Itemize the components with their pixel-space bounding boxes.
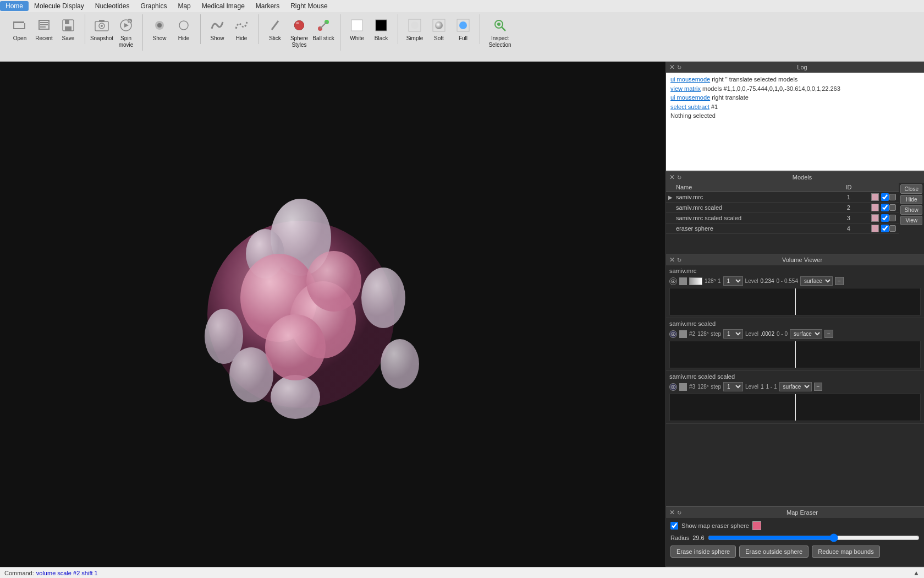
models-refresh-button[interactable]: ↻ [677, 175, 681, 181]
recent-label: Recent [35, 35, 53, 42]
snapshot-label: Snapshot [90, 35, 113, 42]
eraser-close-button[interactable]: ✕ [669, 509, 675, 516]
model-color-3[interactable] [871, 214, 879, 222]
log-refresh-button[interactable]: ↻ [677, 64, 681, 70]
col-name: Name [676, 184, 842, 190]
vol-hist-line-1[interactable] [795, 288, 796, 315]
vol-minus-1[interactable]: − [835, 277, 844, 285]
vol-close-button[interactable]: ✕ [669, 256, 675, 264]
menu-graphics[interactable]: Graphics [135, 1, 172, 11]
vol-hist-line-3[interactable] [795, 394, 796, 421]
vol-step-select-2[interactable]: 12 [723, 329, 743, 339]
log-close-button[interactable]: ✕ [669, 63, 675, 71]
model-check-3[interactable] [881, 214, 889, 222]
models-hide-btn[interactable]: Hide [900, 195, 922, 204]
vol-minus-3[interactable]: − [814, 383, 823, 391]
menu-medical-image[interactable]: Medical Image [196, 1, 250, 11]
soft-lighting-button[interactable]: Soft [427, 14, 451, 44]
sphere-styles-button[interactable]: Sphere Styles [287, 14, 311, 51]
log-link-2[interactable]: view matrix [670, 85, 701, 92]
svg-rect-10 [40, 26, 46, 28]
vol-range-2: 0 - 0 [777, 331, 788, 337]
model-check-1[interactable] [881, 193, 889, 201]
open-button[interactable]: Open [8, 14, 32, 44]
svg-point-34 [411, 21, 419, 29]
inspect-selection-button[interactable]: Inspect Selection [485, 14, 515, 51]
hide-atoms-button[interactable]: Hide [172, 14, 196, 44]
show-cartoons-icon [208, 17, 226, 34]
model-name-3: samiv.mrc scaled scaled [676, 215, 842, 221]
vol-color-sq-2[interactable] [679, 330, 687, 338]
model-alpha-4 [889, 225, 896, 232]
menu-nucleotides[interactable]: Nucleotides [90, 1, 135, 11]
log-entry-4: select subtract #1 [670, 102, 920, 112]
eraser-sphere-color[interactable] [752, 521, 761, 530]
eraser-title: Map Eraser [684, 509, 921, 516]
menu-home[interactable]: Home [0, 1, 29, 11]
vol-minus-2[interactable]: − [824, 330, 833, 338]
vol-title: Volume Viewer [684, 257, 921, 263]
vol-eye-2[interactable] [669, 330, 677, 338]
model-color-4[interactable] [871, 225, 879, 232]
vol-eye-3[interactable] [669, 383, 677, 391]
reduce-map-bounds-button[interactable]: Reduce map bounds [812, 546, 880, 558]
models-close-btn[interactable]: Close [900, 184, 922, 194]
model-expand-1[interactable]: ▶ [668, 194, 676, 200]
vol-color-sq-3[interactable] [679, 383, 687, 391]
black-bg-button[interactable]: Black [369, 14, 393, 44]
log-link-3[interactable]: ui mousemode [670, 94, 710, 101]
model-check-2[interactable] [881, 204, 889, 211]
snapshot-button[interactable]: Snapshot [90, 14, 114, 44]
vol-hist-line-2[interactable] [795, 341, 796, 368]
hide-cartoons-button[interactable]: Hide [229, 14, 254, 44]
simple-lighting-button[interactable]: Simple [403, 14, 427, 44]
vol-step-select-3[interactable]: 12 [723, 382, 743, 391]
vol-surface-3[interactable]: surfacemesh [779, 382, 812, 391]
models-close-button[interactable]: ✕ [669, 173, 675, 181]
spin-movie-label: Spin movie [115, 35, 137, 48]
full-lighting-button[interactable]: Full [451, 14, 475, 44]
save-button[interactable]: Save [56, 14, 80, 44]
vol-eye-1[interactable] [669, 277, 677, 285]
models-show-btn[interactable]: Show [900, 205, 922, 215]
spin-movie-button[interactable]: ↻ Spin movie [114, 14, 138, 51]
model-color-1[interactable] [871, 193, 879, 201]
show-cartoons-button[interactable]: Show [205, 14, 229, 44]
viewport[interactable] [0, 62, 666, 567]
vol-histogram-1[interactable] [669, 288, 921, 315]
vol-refresh-button[interactable]: ↻ [677, 257, 681, 263]
vol-step-select-1[interactable]: 12 [723, 276, 743, 286]
vol-histogram-2[interactable] [669, 341, 921, 368]
model-name-1: samiv.mrc [676, 194, 842, 200]
eraser-refresh-button[interactable]: ↻ [677, 510, 681, 516]
statusbar: Command: volume scale #2 shift 1 ▲ [0, 567, 924, 578]
erase-outside-button[interactable]: Erase outside sphere [739, 546, 809, 558]
save-icon [59, 17, 77, 34]
erase-inside-button[interactable]: Erase inside sphere [670, 546, 736, 558]
model-check-4[interactable] [881, 225, 889, 232]
ball-stick-button[interactable]: Ball stick [311, 14, 336, 44]
menu-right-mouse[interactable]: Right Mouse [285, 1, 333, 11]
status-expand-button[interactable]: ▲ [913, 569, 920, 577]
eraser-show-checkbox[interactable] [670, 522, 678, 530]
log-link-1[interactable]: ui mousemode [670, 76, 710, 83]
white-bg-button[interactable]: White [345, 14, 369, 44]
vol-color-sq-1[interactable] [679, 277, 687, 285]
menu-map[interactable]: Map [172, 1, 196, 11]
menu-molecule-display[interactable]: Molecule Display [29, 1, 90, 11]
status-command: volume scale #2 shift 1 [36, 570, 98, 576]
models-view-btn[interactable]: View [900, 216, 922, 225]
vol-surface-1[interactable]: surfacemesh [800, 276, 833, 286]
toolbar-lighting-group: Simple Soft Full [398, 14, 480, 44]
vol-histogram-3[interactable] [669, 394, 921, 421]
show-atoms-button[interactable]: Show [147, 14, 172, 44]
full-lighting-icon [454, 17, 472, 34]
recent-button[interactable]: Recent [32, 14, 56, 44]
menu-markers[interactable]: Markers [250, 1, 285, 11]
svg-point-41 [497, 23, 501, 26]
stick-button[interactable]: Stick [263, 14, 287, 44]
vol-surface-2[interactable]: surfacemesh [790, 329, 822, 339]
eraser-radius-slider[interactable] [708, 533, 920, 542]
model-color-2[interactable] [871, 204, 879, 211]
log-link-4[interactable]: select subtract [670, 103, 710, 110]
